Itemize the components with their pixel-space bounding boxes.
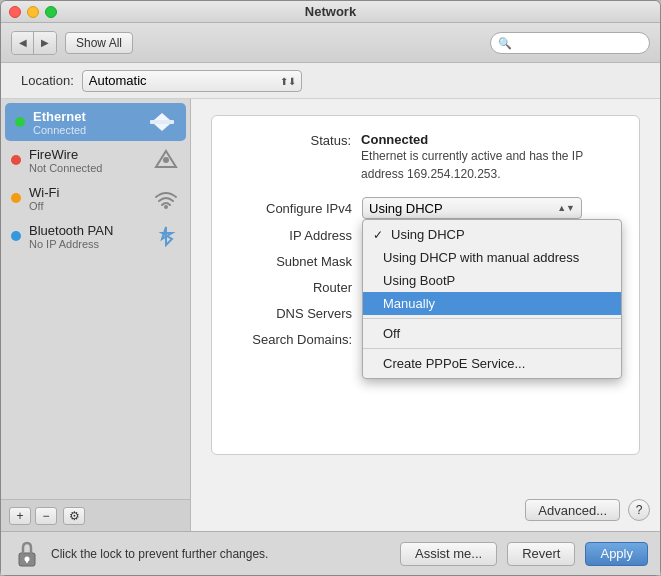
network-window: Network ◀ ▶ Show All 🔍 Location: Automat… — [0, 0, 661, 576]
ethernet-info: Ethernet Connected — [33, 109, 140, 136]
svg-rect-0 — [150, 120, 174, 124]
ethernet-name: Ethernet — [33, 109, 140, 124]
ethernet-icon — [148, 108, 176, 136]
settings-button[interactable]: ⚙ — [63, 507, 85, 525]
help-button[interactable]: ? — [628, 499, 650, 521]
dropdown-divider-1 — [363, 318, 621, 319]
advanced-button[interactable]: Advanced... — [525, 499, 620, 521]
wifi-status: Off — [29, 200, 144, 212]
bluetooth-name: Bluetooth PAN — [29, 223, 144, 238]
wifi-status-dot — [11, 193, 21, 203]
router-label: Router — [232, 279, 362, 295]
ethernet-status-dot — [15, 117, 25, 127]
firewire-status: Not Connected — [29, 162, 144, 174]
status-value-wrap: Connected Ethernet is currently active a… — [361, 132, 619, 183]
svg-rect-8 — [26, 559, 28, 563]
option-using-dhcp-manual[interactable]: Using DHCP with manual address — [363, 246, 621, 269]
bluetooth-status-dot — [11, 231, 21, 241]
sidebar: Ethernet Connected Fir — [1, 99, 191, 531]
configure-dropdown-container: Using DHCP ▲▼ Using DHCP Using DHCP with… — [362, 197, 582, 219]
wifi-info: Wi-Fi Off — [29, 185, 144, 212]
detail-inner: Status: Connected Ethernet is currently … — [211, 115, 640, 455]
svg-marker-2 — [154, 124, 170, 131]
wifi-icon — [152, 184, 180, 212]
firewire-status-dot — [11, 155, 21, 165]
configure-select-arrow: ▲▼ — [557, 203, 575, 213]
apply-button[interactable]: Apply — [585, 542, 648, 566]
search-wrap: 🔍 — [490, 32, 650, 54]
option-using-bootp[interactable]: Using BootP — [363, 269, 621, 292]
ethernet-status: Connected — [33, 124, 140, 136]
dropdown-divider-2 — [363, 348, 621, 349]
option-using-dhcp[interactable]: Using DHCP — [363, 223, 621, 246]
configure-row: Configure IPv4 Using DHCP ▲▼ Using DHCP — [232, 197, 619, 219]
nav-buttons: ◀ ▶ — [11, 31, 57, 55]
close-button[interactable] — [9, 6, 21, 18]
firewire-name: FireWire — [29, 147, 144, 162]
bluetooth-icon — [152, 222, 180, 250]
option-off[interactable]: Off — [363, 322, 621, 345]
titlebar: Network — [1, 1, 660, 23]
revert-button[interactable]: Revert — [507, 542, 575, 566]
traffic-lights — [9, 6, 57, 18]
location-label: Location: — [21, 73, 74, 88]
remove-network-button[interactable]: − — [35, 507, 57, 525]
maximize-button[interactable] — [45, 6, 57, 18]
configure-dropdown-menu: Using DHCP Using DHCP with manual addres… — [362, 219, 622, 379]
location-select-wrap: Automatic ⬆⬇ — [82, 70, 302, 92]
option-manually[interactable]: Manually — [363, 292, 621, 315]
ip-label: IP Address — [232, 227, 362, 243]
location-select[interactable]: Automatic — [82, 70, 302, 92]
lock-icon-wrap[interactable] — [13, 538, 41, 570]
sidebar-item-wifi[interactable]: Wi-Fi Off — [1, 179, 190, 217]
wifi-name: Wi-Fi — [29, 185, 144, 200]
status-description: Ethernet is currently active and has the… — [361, 147, 619, 183]
configure-label: Configure IPv4 — [232, 200, 362, 216]
add-network-button[interactable]: + — [9, 507, 31, 525]
search-input[interactable] — [490, 32, 650, 54]
configure-select[interactable]: Using DHCP ▲▼ — [362, 197, 582, 219]
option-create-pppoe[interactable]: Create PPPoE Service... — [363, 352, 621, 375]
footer: Click the lock to prevent further change… — [1, 531, 660, 575]
sidebar-item-firewire[interactable]: FireWire Not Connected — [1, 141, 190, 179]
detail-panel: Status: Connected Ethernet is currently … — [191, 99, 660, 531]
lock-text: Click the lock to prevent further change… — [51, 547, 390, 561]
minimize-button[interactable] — [27, 6, 39, 18]
lock-icon — [16, 540, 38, 568]
network-list: Ethernet Connected Fir — [1, 99, 190, 499]
show-all-button[interactable]: Show All — [65, 32, 133, 54]
main-content: Ethernet Connected Fir — [1, 99, 660, 531]
configure-select-value: Using DHCP — [369, 201, 557, 216]
dns-label: DNS Servers — [232, 305, 362, 321]
sidebar-item-ethernet[interactable]: Ethernet Connected — [5, 103, 186, 141]
bottom-actions: Advanced... ? — [525, 499, 650, 521]
status-field-label: Status: — [232, 132, 361, 148]
status-value: Connected — [361, 132, 619, 147]
firewire-icon — [152, 146, 180, 174]
sidebar-bottom: + − ⚙ — [1, 499, 190, 531]
assist-me-button[interactable]: Assist me... — [400, 542, 497, 566]
sidebar-item-bluetooth[interactable]: Bluetooth PAN No IP Address — [1, 217, 190, 255]
search-domains-label: Search Domains: — [232, 331, 362, 347]
svg-point-5 — [164, 205, 168, 209]
toolbar: ◀ ▶ Show All 🔍 — [1, 23, 660, 63]
status-row: Status: Connected Ethernet is currently … — [232, 132, 619, 183]
window-title: Network — [305, 4, 356, 19]
svg-marker-1 — [154, 113, 170, 120]
location-bar: Location: Automatic ⬆⬇ — [1, 63, 660, 99]
forward-button[interactable]: ▶ — [34, 32, 56, 54]
back-button[interactable]: ◀ — [12, 32, 34, 54]
bluetooth-status: No IP Address — [29, 238, 144, 250]
svg-point-4 — [163, 157, 169, 163]
firewire-info: FireWire Not Connected — [29, 147, 144, 174]
subnet-label: Subnet Mask — [232, 253, 362, 269]
bluetooth-info: Bluetooth PAN No IP Address — [29, 223, 144, 250]
